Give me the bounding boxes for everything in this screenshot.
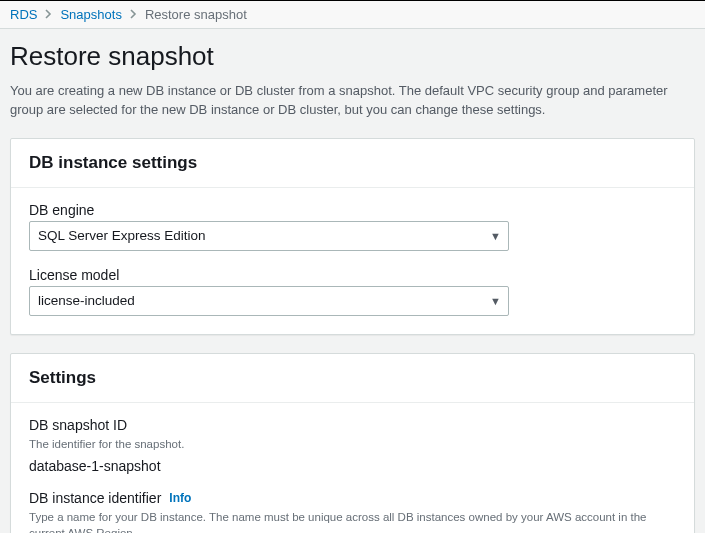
panel-title-db-instance: DB instance settings: [29, 153, 676, 173]
breadcrumb-rds[interactable]: RDS: [10, 7, 37, 22]
breadcrumb-current: Restore snapshot: [145, 7, 247, 22]
breadcrumb-snapshots[interactable]: Snapshots: [60, 7, 121, 22]
info-link[interactable]: Info: [169, 491, 191, 505]
db-engine-select[interactable]: SQL Server Express Edition: [29, 221, 509, 251]
db-engine-label: DB engine: [29, 202, 676, 218]
db-snapshot-id-value: database-1-snapshot: [29, 458, 676, 474]
panel-title-settings: Settings: [29, 368, 676, 388]
license-model-select[interactable]: license-included: [29, 286, 509, 316]
page-title: Restore snapshot: [10, 41, 695, 72]
panel-settings: Settings DB snapshot ID The identifier f…: [10, 353, 695, 533]
db-snapshot-id-label: DB snapshot ID: [29, 417, 676, 433]
chevron-right-icon: [130, 9, 137, 21]
chevron-right-icon: [45, 9, 52, 21]
page-description: You are creating a new DB instance or DB…: [10, 82, 695, 120]
license-model-label: License model: [29, 267, 676, 283]
db-instance-identifier-hint: Type a name for your DB instance. The na…: [29, 509, 676, 533]
breadcrumb: RDS Snapshots Restore snapshot: [10, 7, 695, 22]
db-instance-identifier-label: DB instance identifier: [29, 490, 161, 506]
db-snapshot-id-hint: The identifier for the snapshot.: [29, 436, 676, 452]
panel-db-instance-settings: DB instance settings DB engine SQL Serve…: [10, 138, 695, 335]
